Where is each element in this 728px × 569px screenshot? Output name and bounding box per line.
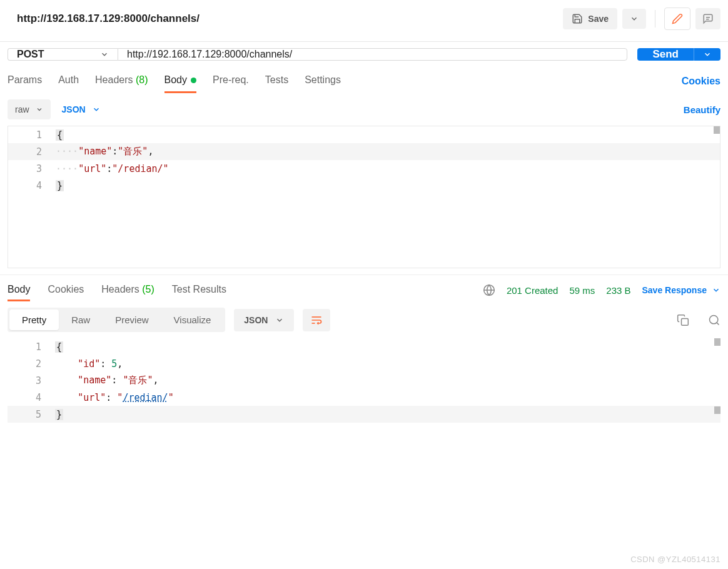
line-num: 2 [8, 358, 55, 370]
resp-headers-count: (5) [142, 284, 154, 295]
resp-tab-headers[interactable]: Headers (5) [101, 279, 154, 301]
tab-auth[interactable]: Auth [58, 69, 79, 93]
scrollbar-thumb[interactable] [714, 406, 720, 414]
scrollbar-thumb[interactable] [714, 338, 720, 346]
response-time: 59 ms [569, 285, 595, 296]
view-raw[interactable]: Raw [59, 310, 103, 330]
edit-button[interactable] [664, 8, 690, 30]
response-format-label: JSON [244, 315, 268, 325]
json-key: "url" [78, 163, 106, 174]
body-lang-select[interactable]: JSON [62, 104, 101, 114]
status-group: 201 Created 59 ms 233 B [507, 285, 631, 296]
url-link[interactable]: /redian/ [123, 392, 168, 403]
comment-button[interactable] [695, 8, 720, 29]
tab-headers-label: Headers [95, 74, 133, 85]
chevron-down-icon [100, 50, 109, 59]
json-value: "音乐" [123, 375, 153, 386]
globe-icon[interactable] [483, 284, 495, 296]
method-value: POST [17, 49, 44, 60]
view-preview[interactable]: Preview [103, 310, 161, 330]
body-indicator-dot [191, 78, 196, 83]
request-body-editor[interactable]: 1{ 2····"name":"音乐", 3····"url":"/redian… [8, 126, 720, 268]
save-icon [572, 13, 583, 24]
save-response-label: Save Response [642, 285, 707, 295]
response-body-editor[interactable]: 1{ 2 "id": 5, 3 "name": "音乐", 4 "url": "… [8, 338, 720, 423]
resp-tab-cookies[interactable]: Cookies [48, 279, 84, 301]
response-view-options: Pretty Raw Preview Visualize JSON [0, 301, 728, 338]
tab-tests[interactable]: Tests [265, 69, 288, 93]
search-button[interactable] [708, 314, 720, 326]
cookies-link[interactable]: Cookies [682, 76, 720, 87]
line-num: 1 [8, 341, 55, 353]
save-label: Save [588, 14, 609, 24]
save-button[interactable]: Save [563, 8, 617, 29]
line-num: 3 [8, 163, 56, 174]
beautify-link[interactable]: Beautify [684, 104, 720, 115]
quote: " [168, 392, 174, 403]
json-value: 5 [111, 358, 117, 370]
body-type-select[interactable]: raw [8, 99, 51, 119]
scrollbar-thumb[interactable] [714, 126, 720, 134]
resp-tab-body[interactable]: Body [8, 279, 30, 301]
top-bar: http://192.168.17.129:8000/channels/ Sav… [0, 0, 728, 42]
resp-tab-tests[interactable]: Test Results [172, 279, 226, 301]
response-format-select[interactable]: JSON [234, 309, 294, 331]
divider [655, 10, 655, 28]
tab-body-label: Body [164, 74, 187, 85]
save-response-button[interactable]: Save Response [642, 285, 721, 295]
tab-body[interactable]: Body [164, 69, 196, 93]
line-num: 5 [8, 409, 55, 420]
line-num: 3 [8, 375, 55, 386]
send-button[interactable]: Send [637, 48, 694, 61]
svg-rect-6 [682, 318, 689, 325]
tab-settings[interactable]: Settings [305, 69, 341, 93]
response-tabs: Body Cookies Headers (5) Test Results 20… [0, 274, 728, 301]
line-num: 4 [8, 180, 56, 191]
body-options: raw JSON Beautify [0, 93, 728, 126]
json-value: "音乐" [118, 146, 148, 157]
url-row: POST http://192.168.17.129:8000/channels… [0, 42, 728, 67]
body-type-label: raw [15, 104, 29, 114]
url-value: http://192.168.17.129:8000/channels/ [127, 49, 292, 60]
url-input[interactable]: http://192.168.17.129:8000/channels/ [118, 48, 627, 61]
send-dropdown[interactable] [694, 48, 720, 61]
line-num: 1 [8, 129, 56, 141]
headers-count: (8) [136, 74, 148, 85]
json-key: "url" [78, 392, 106, 403]
status-code: 201 Created [507, 285, 559, 296]
svg-point-7 [710, 315, 718, 323]
svg-line-8 [717, 322, 719, 325]
send-label: Send [652, 48, 679, 61]
request-tabs: Params Auth Headers (8) Body Pre-req. Te… [0, 67, 728, 93]
view-pretty[interactable]: Pretty [9, 310, 59, 330]
body-lang-label: JSON [62, 104, 86, 114]
top-actions: Save [563, 8, 720, 30]
send-group: Send [637, 48, 720, 61]
view-visualize[interactable]: Visualize [161, 310, 224, 330]
tab-headers[interactable]: Headers (8) [95, 69, 148, 93]
json-key: "name" [78, 375, 111, 386]
request-tab-title: http://192.168.17.129:8000/channels/ [8, 13, 200, 25]
json-value: "/redian/" [112, 163, 168, 174]
wrap-lines-button[interactable] [303, 309, 330, 331]
json-key: "id" [78, 358, 100, 370]
response-size: 233 B [606, 285, 630, 296]
save-dropdown[interactable] [622, 9, 646, 29]
method-select[interactable]: POST [8, 48, 118, 61]
tab-params[interactable]: Params [8, 69, 42, 93]
line-num: 4 [8, 392, 55, 403]
resp-headers-label: Headers [101, 284, 139, 295]
json-key: "name" [78, 146, 112, 157]
view-mode-segment: Pretty Raw Preview Visualize [8, 308, 225, 332]
line-num: 2 [8, 146, 56, 158]
copy-button[interactable] [677, 314, 689, 326]
tab-prereq[interactable]: Pre-req. [213, 69, 249, 93]
